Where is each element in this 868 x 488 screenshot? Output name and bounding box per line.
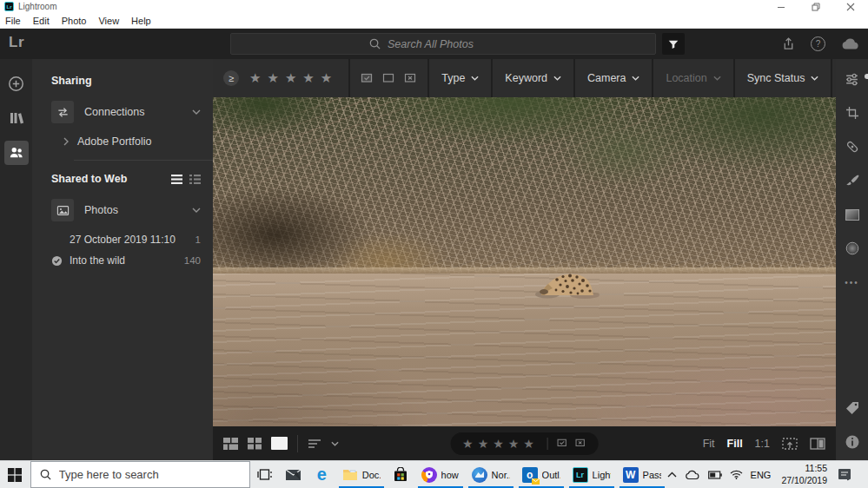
menu-edit[interactable]: Edit: [33, 16, 50, 26]
rating-operator[interactable]: ≥: [223, 70, 239, 86]
language-indicator[interactable]: ENG: [751, 470, 772, 480]
menu-photo[interactable]: Photo: [62, 16, 87, 26]
panel-divider: [74, 160, 213, 161]
wifi-icon[interactable]: [730, 470, 743, 479]
flag-pick-icon[interactable]: [361, 73, 374, 84]
edge-browser-icon[interactable]: e: [308, 461, 336, 488]
zoom-fit-button[interactable]: Fit: [703, 438, 715, 450]
keywords-tag-icon[interactable]: [842, 399, 863, 418]
screen: Lr Lightroom File Edit Photo View Help L…: [0, 0, 868, 488]
healing-brush-icon[interactable]: [842, 137, 863, 156]
photo-jaguar-swimming[interactable]: [213, 97, 836, 426]
action-center-icon[interactable]: [838, 468, 852, 481]
taskbar-search[interactable]: [30, 461, 251, 488]
cloud-sync-icon[interactable]: [840, 37, 861, 50]
mosaic-grid-view-icon[interactable]: [223, 438, 238, 450]
chevron-down-icon: [811, 76, 818, 81]
taskbar-app-documents[interactable]: Doc...: [336, 461, 387, 488]
restore-button[interactable]: [798, 0, 833, 13]
taskbar-app-word[interactable]: W Pass...: [617, 461, 667, 488]
start-button[interactable]: [0, 461, 30, 488]
dropdown-label: Sync Status: [747, 72, 805, 84]
riverbank-branches: [213, 97, 836, 274]
search-input[interactable]: [388, 38, 518, 50]
list-view-icon[interactable]: [171, 175, 182, 184]
rating-filter[interactable]: ≥ ★★★★★: [213, 59, 348, 97]
connections-icon: [51, 101, 74, 123]
album-item-count: 140: [184, 255, 201, 266]
more-tools-icon[interactable]: •••: [842, 273, 863, 292]
sharing-heading: Sharing: [51, 75, 201, 87]
flag-neutral-icon[interactable]: [382, 73, 395, 84]
clock-date: 27/10/2019: [781, 475, 827, 486]
synced-check-icon: [51, 255, 63, 267]
onedrive-cloud-icon[interactable]: [685, 470, 700, 480]
menu-help[interactable]: Help: [131, 16, 151, 26]
search-bar[interactable]: [230, 33, 656, 55]
microsoft-store-icon[interactable]: [387, 461, 415, 488]
filter-dropdown-keyword[interactable]: Keyword: [493, 59, 573, 97]
menu-view[interactable]: View: [98, 16, 119, 26]
single-photo-view-icon[interactable]: [271, 437, 288, 450]
flag-reject-icon[interactable]: [404, 73, 417, 84]
tray-chevron-up-icon[interactable]: [667, 472, 677, 478]
library-button[interactable]: [4, 106, 29, 130]
taskbar-app-lightroom[interactable]: Lr Light...: [567, 461, 617, 488]
sharing-button[interactable]: [4, 141, 29, 165]
filter-funnel-button[interactable]: [662, 33, 685, 55]
dropdown-label: Location: [666, 72, 706, 84]
close-button[interactable]: [833, 0, 868, 13]
flag-reject-icon[interactable]: [575, 439, 586, 448]
linear-gradient-icon[interactable]: [842, 205, 863, 224]
brush-icon[interactable]: [842, 171, 863, 190]
word-glyph: W: [626, 469, 635, 481]
flag-pick-icon[interactable]: [557, 439, 568, 448]
album-item-date[interactable]: 27 October 2019 11:10 1: [51, 234, 201, 246]
mail-app-icon[interactable]: [279, 461, 308, 488]
adobe-portfolio-row[interactable]: Adobe Portfolio: [63, 135, 201, 148]
window-title: Lightroom: [18, 2, 56, 11]
clock[interactable]: 11:55 27/10/2019: [779, 463, 830, 485]
share-icon[interactable]: [781, 36, 796, 51]
chevron-down-icon[interactable]: [192, 109, 201, 115]
outlook-icon: o: [522, 467, 538, 483]
square-grid-view-icon[interactable]: [248, 438, 262, 450]
album-item-into-the-wild[interactable]: Into the wild 140: [51, 254, 201, 267]
help-icon[interactable]: ?: [811, 36, 825, 51]
filter-dropdown-type[interactable]: Type: [429, 59, 491, 97]
taskbar-app-norton[interactable]: Nor...: [466, 461, 516, 488]
chevron-right-icon: [63, 137, 69, 146]
rating-flag-pill: ★★★★★: [450, 432, 599, 455]
photo-toolbar: ★★★★★ Fit Fill 1:1: [213, 426, 836, 460]
taskbar-search-input[interactable]: [59, 468, 224, 481]
taskbar-app-outlook[interactable]: o Outl...: [516, 461, 567, 488]
system-tray: ENG 11:55 27/10/2019: [667, 461, 868, 488]
filter-dropdown-location: Location: [653, 59, 732, 97]
detail-zoom-icon[interactable]: [782, 438, 798, 450]
zoom-fill-button[interactable]: Fill: [727, 438, 743, 450]
detail-view-icon[interactable]: [189, 175, 201, 184]
add-photos-button[interactable]: [4, 71, 29, 96]
filter-dropdown-camera[interactable]: Camera: [575, 59, 652, 97]
task-view-button[interactable]: [250, 461, 279, 488]
taskbar-app-how[interactable]: how ...: [415, 461, 466, 488]
rating-stars[interactable]: ★★★★★: [246, 70, 338, 86]
search-icon: [39, 468, 52, 481]
zoom-one-to-one-button[interactable]: 1:1: [755, 438, 770, 450]
crop-icon[interactable]: [842, 103, 863, 122]
sort-chevron-icon[interactable]: [331, 441, 339, 446]
connections-row[interactable]: Connections: [51, 101, 201, 123]
split-view-icon[interactable]: [810, 438, 825, 450]
battery-icon[interactable]: [708, 471, 722, 479]
photo-rating-stars[interactable]: ★★★★★: [462, 437, 539, 451]
radial-gradient-icon[interactable]: [842, 239, 863, 258]
windows-taskbar: e Doc... how ... Nor... o: [0, 460, 868, 488]
sort-icon[interactable]: [308, 439, 321, 449]
minimize-button[interactable]: [764, 0, 798, 13]
filter-dropdown-sync-status[interactable]: Sync Status: [735, 59, 832, 97]
menu-file[interactable]: File: [5, 16, 21, 26]
photos-album-row[interactable]: Photos: [51, 199, 201, 221]
edit-sliders-icon[interactable]: [842, 69, 863, 89]
info-icon[interactable]: [842, 432, 863, 452]
chevron-down-icon[interactable]: [192, 208, 201, 213]
